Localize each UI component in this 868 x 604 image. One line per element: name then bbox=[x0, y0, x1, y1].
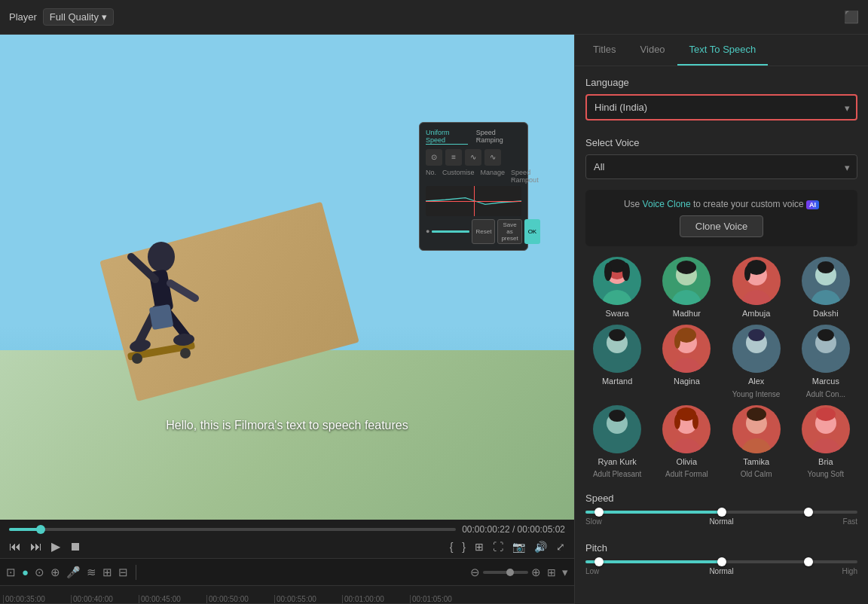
ruler-mark-3: 00:00:50:00 bbox=[206, 595, 274, 603]
ripple-icon[interactable]: ● bbox=[22, 566, 29, 578]
timeline-toolbar-icon3[interactable]: ⊕ bbox=[50, 566, 60, 579]
timeline-toolbar-icon4[interactable]: 🎤 bbox=[66, 566, 81, 579]
voice-sub-alex: Young Intense bbox=[732, 390, 781, 399]
voice-card-ambuja[interactable]: Ambuja bbox=[725, 257, 788, 319]
zoom-slider[interactable] bbox=[483, 571, 528, 574]
popup-icon-3[interactable]: ∿ bbox=[465, 149, 481, 166]
skip-back-button[interactable]: ⏮ bbox=[9, 540, 21, 554]
voice-name-ambuja: Ambuja bbox=[742, 308, 770, 319]
voice-sub-bria: Young Soft bbox=[808, 470, 845, 479]
voice-avatar-bria bbox=[802, 405, 850, 453]
voice-clone-link[interactable]: Voice Clone bbox=[643, 199, 691, 209]
speed-slider-track[interactable] bbox=[585, 511, 857, 514]
step-back-button[interactable]: ⏭ bbox=[30, 540, 42, 554]
voice-avatar-swara bbox=[593, 257, 641, 305]
voice-sub-ryan: Adult Pleasant bbox=[593, 470, 642, 479]
timeline-toolbar-icon6[interactable]: ⊞ bbox=[102, 566, 112, 579]
speed-thumb-normal[interactable] bbox=[717, 508, 726, 517]
speed-fast-label: Fast bbox=[843, 517, 857, 526]
timeline-toolbar-icon7[interactable]: ⊟ bbox=[118, 566, 128, 579]
undo-icon[interactable]: ⊡ bbox=[6, 566, 16, 579]
voice-card-nagina[interactable]: Nagina bbox=[655, 325, 718, 398]
popup-tab-ramping[interactable]: Speed Ramping bbox=[476, 129, 521, 145]
voice-card-marcus[interactable]: Marcus Adult Con... bbox=[794, 325, 857, 398]
speed-labels: Slow Normal Fast bbox=[585, 517, 857, 526]
popup-ok-btn[interactable]: OK bbox=[524, 219, 541, 244]
voice-card-swara[interactable]: Swara bbox=[585, 257, 649, 319]
voice-avatar-ambuja bbox=[732, 257, 781, 305]
popup-label-speed: Speed Rampout bbox=[511, 169, 539, 184]
volume-button[interactable]: 🔊 bbox=[534, 541, 547, 553]
video-area: Hello, this is Filmora's text to speech … bbox=[0, 35, 574, 520]
timeline-toolbar-icon5[interactable]: ≋ bbox=[87, 566, 96, 579]
zoom-in-icon[interactable]: ⊕ bbox=[531, 566, 541, 579]
main-layout: Hello, this is Filmora's text to speech … bbox=[0, 35, 868, 604]
pitch-high-label: High bbox=[842, 567, 857, 575]
voice-card-martand[interactable]: Martand bbox=[585, 325, 649, 398]
svg-point-47 bbox=[674, 414, 680, 429]
ruler-marks: 00:00:35:00 00:00:40:00 00:00:45:00 00:0… bbox=[3, 595, 478, 603]
popup-label-manage: Manage bbox=[481, 169, 506, 184]
time-separator: / bbox=[512, 524, 518, 535]
popup-chart bbox=[426, 186, 521, 216]
out-point-button[interactable]: } bbox=[462, 541, 466, 553]
in-point-button[interactable]: { bbox=[450, 541, 454, 553]
right-panel: Titles Video Text To Speech Language Hin… bbox=[574, 35, 868, 604]
pitch-slider-track[interactable] bbox=[585, 560, 857, 563]
clone-voice-button[interactable]: Clone Voice bbox=[680, 215, 763, 237]
fullscreen-button[interactable]: ⛶ bbox=[493, 541, 503, 553]
voice-grid: Swara Madhur bbox=[575, 251, 868, 485]
pitch-thumb-high[interactable] bbox=[804, 557, 813, 566]
time-display: 00:00:00:22 / 00:00:05:02 bbox=[462, 524, 565, 535]
voice-card-tamika[interactable]: Tamika Old Calm bbox=[725, 405, 788, 479]
player-controls: 00:00:00:22 / 00:00:05:02 ⏮ ⏭ ▶ ⏹ { } ⊞ … bbox=[0, 520, 574, 558]
voice-card-madhur[interactable]: Madhur bbox=[655, 257, 718, 319]
popup-save-btn[interactable]: Save as preset bbox=[497, 219, 521, 244]
tab-text-to-speech[interactable]: Text To Speech bbox=[677, 35, 769, 66]
stop-button[interactable]: ⏹ bbox=[69, 540, 81, 554]
popup-tab-uniform[interactable]: Uniform Speed bbox=[426, 129, 468, 145]
svg-point-34 bbox=[674, 334, 680, 349]
voice-card-dakshi[interactable]: Dakshi bbox=[794, 257, 857, 319]
right-panel-tabs: Titles Video Text To Speech bbox=[575, 35, 868, 66]
progress-bar-track[interactable] bbox=[9, 528, 456, 531]
snapshot-button[interactable]: 📷 bbox=[512, 541, 525, 553]
svg-point-25 bbox=[811, 290, 841, 305]
speed-thumb-fast[interactable] bbox=[804, 508, 813, 517]
speed-popup: Uniform Speed Speed Ramping ⊙ ≡ ∿ ∿ No. … bbox=[419, 122, 528, 251]
timeline-ruler: 00:00:35:00 00:00:40:00 00:00:45:00 00:0… bbox=[0, 586, 574, 604]
popup-reset-btn[interactable]: Reset bbox=[472, 219, 495, 244]
language-select[interactable]: Hindi (India) bbox=[585, 94, 857, 120]
more-icon[interactable]: ▾ bbox=[562, 566, 568, 579]
voice-name-bria: Bria bbox=[818, 456, 833, 467]
insert-button[interactable]: ⊞ bbox=[475, 541, 484, 553]
svg-rect-11 bbox=[149, 304, 174, 330]
zoom-out-icon[interactable]: ⊖ bbox=[470, 566, 480, 579]
popup-icon-4[interactable]: ∿ bbox=[484, 149, 501, 166]
image-icon: ⬛ bbox=[844, 10, 859, 24]
timeline-toolbar-icon2[interactable]: ⊙ bbox=[35, 566, 44, 579]
svg-point-48 bbox=[692, 414, 698, 429]
speed-thumb-slow[interactable] bbox=[594, 508, 604, 517]
voice-card-olivia[interactable]: Olivia Adult Formal bbox=[655, 405, 718, 479]
voice-card-bria[interactable]: Bria Young Soft bbox=[794, 405, 857, 479]
pitch-thumb-normal[interactable] bbox=[717, 557, 726, 566]
voice-card-alex[interactable]: Alex Young Intense bbox=[725, 325, 788, 398]
pitch-labels: Low Normal High bbox=[585, 567, 857, 575]
play-button[interactable]: ▶ bbox=[51, 539, 60, 554]
popup-icon-1[interactable]: ⊙ bbox=[426, 149, 442, 166]
top-bar: Player Full Quality ▾ ⬛ bbox=[0, 0, 868, 35]
voice-select[interactable]: All bbox=[585, 154, 857, 179]
expand-button[interactable]: ⤢ bbox=[556, 541, 565, 553]
tab-titles[interactable]: Titles bbox=[581, 35, 628, 66]
svg-point-21 bbox=[741, 290, 772, 305]
tab-video[interactable]: Video bbox=[628, 35, 677, 66]
popup-icon-2[interactable]: ≡ bbox=[445, 149, 462, 166]
quality-selector[interactable]: Full Quality ▾ bbox=[43, 8, 114, 26]
voice-avatar-ryan bbox=[593, 405, 641, 453]
grid-icon[interactable]: ⊞ bbox=[547, 566, 556, 578]
pitch-thumb-low[interactable] bbox=[594, 557, 604, 566]
voice-card-ryan[interactable]: Ryan Kurk Adult Pleasant bbox=[585, 405, 649, 479]
popup-speed-indicator: ● bbox=[426, 227, 429, 235]
left-panel: Hello, this is Filmora's text to speech … bbox=[0, 35, 574, 604]
